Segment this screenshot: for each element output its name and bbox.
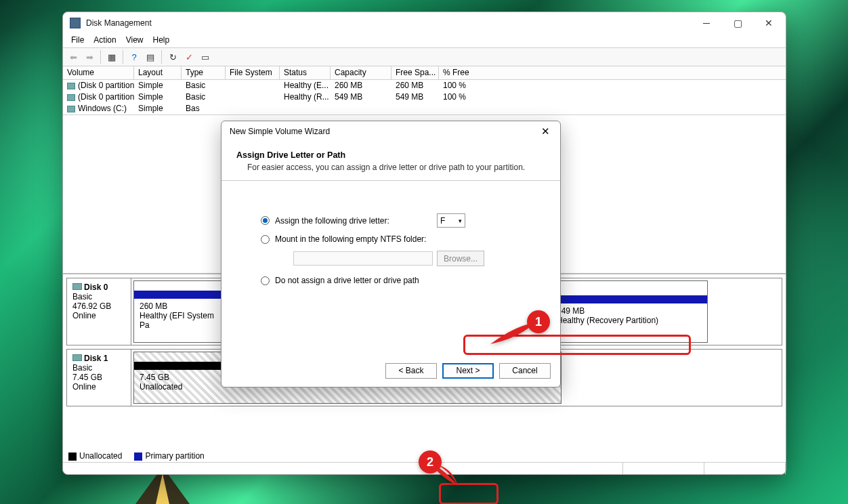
cancel-button[interactable]: Cancel: [499, 363, 551, 379]
chevron-down-icon: ▾: [459, 217, 462, 224]
minimize-button[interactable]: ─: [691, 13, 722, 33]
wizard-footer: < Back Next > Cancel: [221, 354, 560, 387]
col-capacity[interactable]: Capacity: [331, 66, 391, 79]
annotation-1: 1: [486, 310, 547, 354]
menu-help[interactable]: Help: [149, 34, 174, 47]
menu-view[interactable]: View: [122, 34, 148, 47]
option-none-label: Do not assign a drive letter or drive pa…: [275, 276, 419, 285]
back-button[interactable]: < Back: [385, 363, 437, 379]
wizard-close-button[interactable]: ✕: [536, 123, 555, 140]
toolbar: ⬅ ➡ ▦ ? ▤ ↻ ✓ ▭: [63, 47, 786, 66]
col-free[interactable]: Free Spa...: [391, 66, 439, 79]
partition[interactable]: 549 MBHealthy (Recovery Partition): [551, 280, 708, 343]
mount-path-input: [293, 251, 433, 266]
radio-none-icon[interactable]: [261, 276, 270, 285]
table-row[interactable]: (Disk 0 partition 4)SimpleBasicHealthy (…: [63, 91, 786, 103]
back-icon[interactable]: ⬅: [66, 49, 81, 64]
help-icon[interactable]: ?: [127, 49, 142, 64]
col-fs[interactable]: File System: [226, 66, 280, 79]
col-type[interactable]: Type: [182, 66, 226, 79]
menu-file[interactable]: File: [67, 34, 88, 47]
wizard-titlebar: New Simple Volume Wizard ✕: [221, 121, 560, 142]
annotation-2-label: 2: [427, 455, 433, 469]
refresh-icon[interactable]: ↻: [165, 49, 180, 64]
option-mount-label: Mount in the following empty NTFS folder…: [275, 234, 426, 244]
toolbar-btn[interactable]: ▭: [198, 49, 213, 64]
table-row[interactable]: Windows (C:)SimpleBas: [63, 103, 786, 114]
toolbar-btn[interactable]: ▤: [143, 49, 158, 64]
browse-button: Browse...: [437, 251, 484, 266]
col-volume[interactable]: Volume: [63, 66, 134, 79]
col-layout[interactable]: Layout: [134, 66, 182, 79]
wizard-heading: Assign Drive Letter or Path: [236, 150, 345, 160]
option-assign-label: Assign the following drive letter:: [275, 216, 389, 226]
app-icon: [70, 18, 81, 28]
forward-icon[interactable]: ➡: [82, 49, 97, 64]
drive-letter-select[interactable]: F ▾: [437, 213, 465, 228]
wizard-title: New Simple Volume Wizard: [230, 127, 536, 136]
radio-assign-icon[interactable]: [261, 216, 270, 225]
annotation-2: 2: [419, 450, 473, 492]
radio-mount-icon[interactable]: [261, 235, 270, 244]
legend-primary: Primary partition: [145, 451, 204, 461]
maximize-button[interactable]: ▢: [722, 13, 753, 33]
partition[interactable]: 260 MBHealthy (EFI System Pa: [133, 280, 221, 343]
option-assign-letter[interactable]: Assign the following drive letter: F ▾: [261, 213, 540, 228]
col-status[interactable]: Status: [280, 66, 331, 79]
window-title: Disk Management: [86, 18, 691, 28]
toolbar-btn[interactable]: ✓: [182, 49, 196, 64]
annotation-1-label: 1: [535, 315, 542, 329]
option-no-assign[interactable]: Do not assign a drive letter or drive pa…: [261, 276, 540, 285]
wizard-subheading: For easier access, you can assign a driv…: [247, 163, 545, 172]
option-mount-folder[interactable]: Mount in the following empty NTFS folder…: [261, 234, 540, 244]
titlebar: Disk Management ─ ▢ ✕: [63, 12, 786, 34]
close-button[interactable]: ✕: [753, 13, 784, 33]
volume-list: (Disk 0 partition 1)SimpleBasicHealthy (…: [63, 80, 786, 114]
menu-action[interactable]: Action: [89, 34, 120, 47]
next-button[interactable]: Next >: [442, 363, 494, 379]
legend: Unallocated Primary partition: [68, 451, 205, 461]
table-row[interactable]: (Disk 0 partition 1)SimpleBasicHealthy (…: [63, 80, 786, 91]
toolbar-btn[interactable]: ▦: [104, 49, 119, 64]
menubar: File Action View Help: [63, 34, 786, 47]
col-pctfree[interactable]: % Free: [439, 66, 486, 79]
wizard-header: Assign Drive Letter or Path For easier a…: [221, 142, 560, 181]
volume-list-header: Volume Layout Type File System Status Ca…: [63, 66, 786, 80]
legend-unallocated: Unallocated: [79, 451, 122, 461]
